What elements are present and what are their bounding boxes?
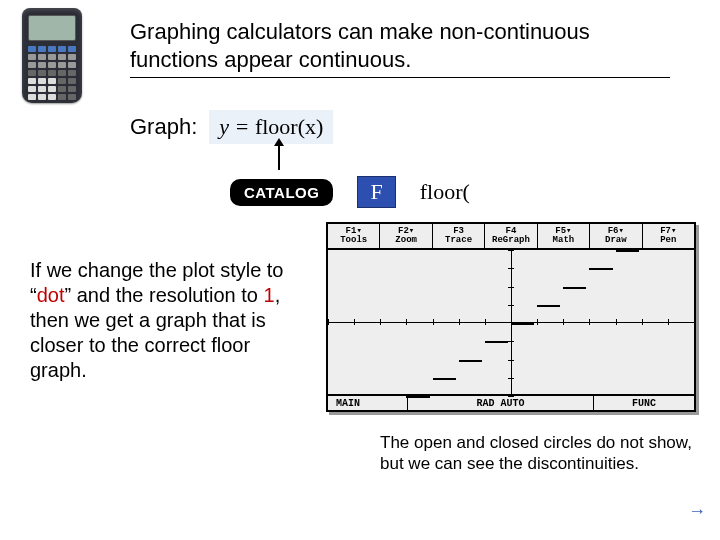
menu-f3-bot: Trace <box>445 236 472 245</box>
menu-tab-f1: F1▾Tools <box>328 224 380 248</box>
floor-step <box>589 268 612 270</box>
menu-tab-f4: F4ReGraph <box>485 224 537 248</box>
status-mid: RAD AUTO <box>408 396 594 410</box>
floor-step <box>406 396 429 398</box>
floor-func-label: floor( <box>420 179 470 205</box>
menu-f2-bot: Zoom <box>395 236 417 245</box>
eq-eq: = <box>235 114 250 139</box>
floor-step <box>616 250 639 252</box>
graph-label: Graph: <box>130 114 197 140</box>
status-left: MAIN <box>328 396 408 410</box>
body-one: 1 <box>264 284 275 306</box>
menu-tab-f2: F2▾Zoom <box>380 224 432 248</box>
caption-text: The open and closed circles do not show,… <box>380 432 700 475</box>
eq-fn: floor <box>255 114 298 139</box>
arrow-up-icon <box>278 140 280 170</box>
calc-menu-row: F1▾Tools F2▾Zoom F3Trace F4ReGraph F5▾Ma… <box>328 224 694 250</box>
menu-f1-bot: Tools <box>340 236 367 245</box>
menu-tab-f5: F5▾Math <box>538 224 590 248</box>
headline-text: Graphing calculators can make non-contin… <box>130 18 670 78</box>
menu-tab-f6: F6▾Draw <box>590 224 642 248</box>
body-paragraph: If we change the plot style to “dot” and… <box>30 258 300 383</box>
letter-f-key: F <box>357 176 395 208</box>
menu-tab-f7: F7▾Pen <box>643 224 694 248</box>
body-dot: dot <box>37 284 65 306</box>
menu-tab-f3: F3Trace <box>433 224 485 248</box>
eq-lhs: y <box>219 114 229 139</box>
menu-f5-bot: Math <box>553 236 575 245</box>
menu-f6-bot: Draw <box>605 236 627 245</box>
plot-area <box>328 250 694 394</box>
y-axis <box>511 250 512 394</box>
floor-step <box>433 378 456 380</box>
calc-graph-screen: F1▾Tools F2▾Zoom F3Trace F4ReGraph F5▾Ma… <box>326 222 696 412</box>
floor-step <box>563 287 586 289</box>
calculator-image <box>22 8 82 103</box>
floor-step <box>485 341 508 343</box>
next-arrow-icon[interactable]: → <box>688 501 706 522</box>
graph-line: Graph: y = floor(x) <box>130 110 333 144</box>
status-right: FUNC <box>594 396 694 410</box>
body-t2: ” and the resolution to <box>64 284 263 306</box>
catalog-key: CATALOG <box>230 179 333 206</box>
eq-arg: (x) <box>298 114 324 139</box>
floor-step <box>537 305 560 307</box>
slide: Graphing calculators can make non-contin… <box>0 0 720 540</box>
menu-f7-bot: Pen <box>660 236 676 245</box>
floor-step <box>459 360 482 362</box>
key-row: CATALOG F floor( <box>230 176 470 208</box>
menu-f4-bot: ReGraph <box>492 236 530 245</box>
floor-step <box>511 323 534 325</box>
equation-box: y = floor(x) <box>209 110 333 144</box>
